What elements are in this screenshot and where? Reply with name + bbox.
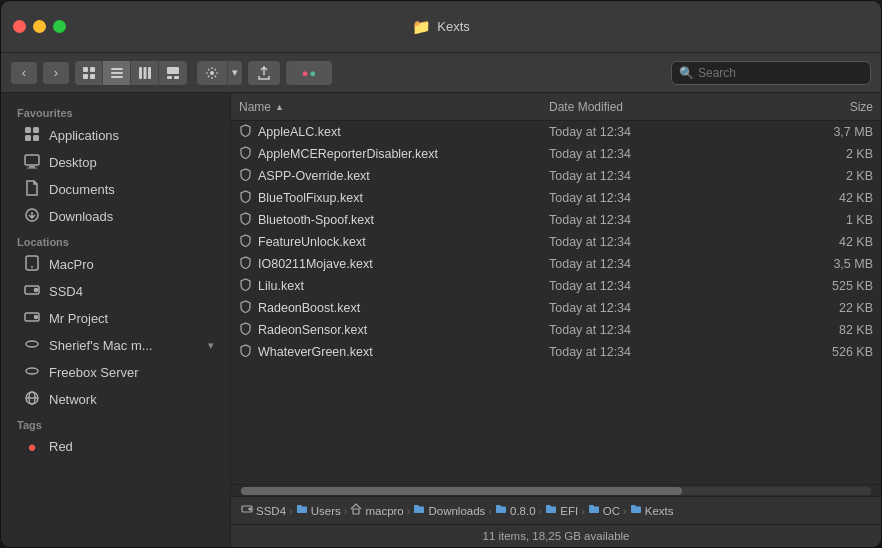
table-row[interactable]: RadeonBoost.kext Today at 12:34 22 KB: [231, 297, 881, 319]
file-name-cell: RadeonBoost.kext: [231, 300, 541, 316]
tag-button[interactable]: ●●: [286, 61, 332, 85]
table-row[interactable]: FeatureUnlock.kext Today at 12:34 42 KB: [231, 231, 881, 253]
fullscreen-button[interactable]: [53, 20, 66, 33]
breadcrumb-icon: [495, 503, 507, 518]
breadcrumb-item[interactable]: SSD4: [241, 503, 286, 518]
freebox-label: Freebox Server: [49, 365, 139, 380]
network-label: Network: [49, 392, 97, 407]
svg-point-27: [35, 316, 38, 319]
window-title: 📁 Kexts: [412, 18, 470, 36]
svg-rect-8: [143, 67, 146, 79]
sidebar-item-freebox[interactable]: Freebox Server: [7, 359, 224, 386]
breadcrumb-separator: ›: [623, 505, 627, 517]
breadcrumb-icon: [296, 503, 308, 518]
file-header: Name ▲ Date Modified Size: [231, 93, 881, 121]
settings-dropdown-button[interactable]: ▾: [228, 61, 242, 85]
search-input[interactable]: [671, 61, 871, 85]
table-row[interactable]: BlueToolFixup.kext Today at 12:34 42 KB: [231, 187, 881, 209]
breadcrumb-icon: [588, 503, 600, 518]
svg-rect-5: [111, 72, 123, 74]
breadcrumb-item[interactable]: EFI: [545, 503, 578, 518]
breadcrumb-icon: [241, 503, 253, 518]
forward-button[interactable]: ›: [43, 62, 69, 84]
sidebar-item-sherief[interactable]: Sherief's Mac m... ▾: [7, 332, 224, 359]
sidebar-item-mrproject[interactable]: Mr Project: [7, 305, 224, 332]
file-modified-cell: Today at 12:34: [541, 213, 791, 227]
sidebar-item-downloads[interactable]: Downloads: [7, 203, 224, 230]
table-row[interactable]: Lilu.kext Today at 12:34 525 KB: [231, 275, 881, 297]
table-row[interactable]: Bluetooth-Spoof.kext Today at 12:34 1 KB: [231, 209, 881, 231]
table-row[interactable]: ASPP-Override.kext Today at 12:34 2 KB: [231, 165, 881, 187]
breadcrumb-item[interactable]: OC: [588, 503, 620, 518]
table-row[interactable]: IO80211Mojave.kext Today at 12:34 3,5 MB: [231, 253, 881, 275]
breadcrumb-item[interactable]: 0.8.0: [495, 503, 536, 518]
tags-label: Tags: [1, 413, 230, 434]
share-button[interactable]: [248, 61, 280, 85]
sidebar-item-red-tag[interactable]: ● Red: [7, 434, 224, 459]
view-column-button[interactable]: [131, 61, 159, 85]
breadcrumb-label: Users: [311, 505, 341, 517]
kext-icon: [239, 212, 252, 228]
breadcrumb-label: OC: [603, 505, 620, 517]
col-modified-label: Date Modified: [549, 100, 623, 114]
col-size-header[interactable]: Size: [791, 100, 881, 114]
sidebar-item-documents[interactable]: Documents: [7, 176, 224, 203]
file-modified-cell: Today at 12:34: [541, 301, 791, 315]
kext-icon: [239, 190, 252, 206]
table-row[interactable]: AppleMCEReporterDisabler.kext Today at 1…: [231, 143, 881, 165]
col-name-label: Name: [239, 100, 271, 114]
svg-point-25: [35, 289, 38, 292]
sidebar-item-desktop[interactable]: Desktop: [7, 149, 224, 176]
view-gallery-button[interactable]: [159, 61, 187, 85]
red-tag-icon: ●: [23, 438, 41, 455]
table-row[interactable]: WhateverGreen.kext Today at 12:34 526 KB: [231, 341, 881, 363]
file-name-cell: AppleALC.kext: [231, 124, 541, 140]
mrproject-label: Mr Project: [49, 311, 108, 326]
svg-point-23: [31, 266, 33, 268]
documents-label: Documents: [49, 182, 115, 197]
sidebar-item-applications[interactable]: Applications: [7, 122, 224, 149]
kext-icon: [239, 300, 252, 316]
file-size-cell: 3,7 MB: [791, 125, 881, 139]
col-modified-header[interactable]: Date Modified: [541, 100, 791, 114]
sidebar-item-macpro[interactable]: MacPro: [7, 251, 224, 278]
applications-label: Applications: [49, 128, 119, 143]
breadcrumb-separator: ›: [344, 505, 348, 517]
table-row[interactable]: AppleALC.kext Today at 12:34 3,7 MB: [231, 121, 881, 143]
breadcrumb-item[interactable]: Kexts: [630, 503, 674, 518]
back-button[interactable]: ‹: [11, 62, 37, 84]
close-button[interactable]: [13, 20, 26, 33]
settings-action-button[interactable]: [197, 61, 228, 85]
view-icon-button[interactable]: [75, 61, 103, 85]
file-name-cell: ASPP-Override.kext: [231, 168, 541, 184]
file-name-text: BlueToolFixup.kext: [258, 191, 363, 205]
col-name-header[interactable]: Name ▲: [231, 100, 541, 114]
scrollbar-track: [241, 487, 871, 495]
view-mode-buttons: [75, 61, 187, 85]
file-name-text: AppleALC.kext: [258, 125, 341, 139]
svg-rect-14: [25, 127, 31, 133]
breadcrumb-label: Downloads: [428, 505, 485, 517]
sidebar-item-ssd4[interactable]: SSD4: [7, 278, 224, 305]
breadcrumb-label: Kexts: [645, 505, 674, 517]
horizontal-scrollbar[interactable]: [231, 484, 881, 496]
minimize-button[interactable]: [33, 20, 46, 33]
action-buttons: ▾: [197, 61, 242, 85]
file-size-cell: 42 KB: [791, 191, 881, 205]
bottom-bar: SSD4 › Users › macpro › Downloads › 0.8.…: [231, 496, 881, 547]
breadcrumb-item[interactable]: macpro: [350, 503, 403, 518]
file-size-cell: 2 KB: [791, 169, 881, 183]
breadcrumb-item[interactable]: Users: [296, 503, 341, 518]
view-list-button[interactable]: [103, 61, 131, 85]
svg-point-30: [26, 368, 38, 374]
sidebar-item-network[interactable]: Network: [7, 386, 224, 413]
breadcrumb-item[interactable]: Downloads: [413, 503, 485, 518]
breadcrumb-separator: ›: [289, 505, 293, 517]
file-name-cell: IO80211Mojave.kext: [231, 256, 541, 272]
col-size-label: Size: [850, 100, 873, 114]
table-row[interactable]: RadeonSensor.kext Today at 12:34 82 KB: [231, 319, 881, 341]
svg-rect-20: [27, 168, 37, 169]
file-name-text: RadeonBoost.kext: [258, 301, 360, 315]
scrollbar-thumb[interactable]: [241, 487, 682, 495]
main-content: Favourites Applications: [1, 93, 881, 547]
